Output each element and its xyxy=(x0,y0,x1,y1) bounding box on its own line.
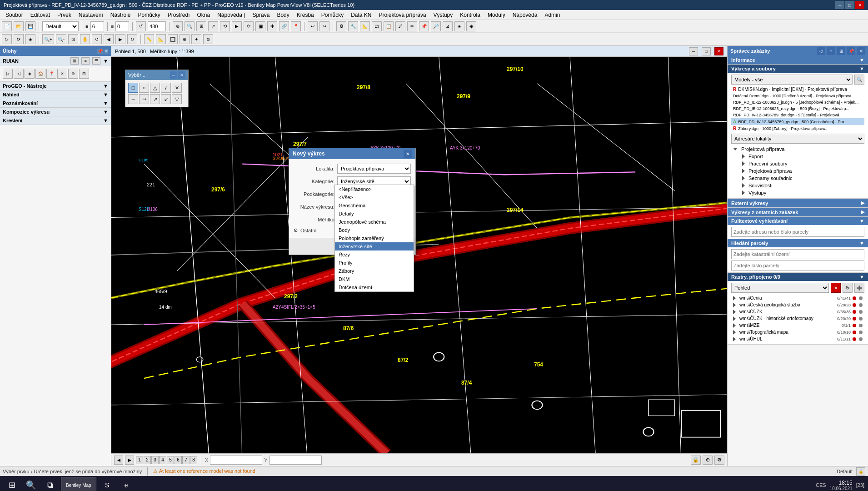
rpanel-rastry-header[interactable]: Rastry, připojeno 0/0 ▼ xyxy=(728,273,868,281)
menu-soubor[interactable]: Soubor xyxy=(2,11,27,19)
dd-item-jednopolove[interactable]: Jednopólové schéma xyxy=(335,218,414,226)
adresy-select[interactable]: Adresáře lokality xyxy=(731,134,864,144)
pp-tree-root[interactable]: Projektová příprava xyxy=(731,145,864,153)
ruian-icon-3[interactable]: ◈ xyxy=(25,69,35,79)
section-kompozice-header[interactable]: Kompozice výkresu ▼ xyxy=(0,108,111,116)
tb-btn11[interactable]: 📍 xyxy=(291,21,301,31)
raster-uhul[interactable]: wms\ÚHUL 0/11/11 xyxy=(731,336,864,342)
page-7[interactable]: 7 xyxy=(182,456,190,464)
page-4[interactable]: 4 xyxy=(159,456,166,464)
tb-input1[interactable] xyxy=(90,21,104,31)
tb2-btn1[interactable]: ▷ xyxy=(2,34,12,44)
view-min-btn[interactable]: ─ xyxy=(689,47,698,55)
tree-item-zabory[interactable]: R Zábory.dgn - 1000 [Zábory] - Projektov… xyxy=(731,125,864,132)
vyber-cancel-btn[interactable]: ✕ xyxy=(172,83,182,93)
lokalita-select[interactable]: Projektová příprava xyxy=(337,164,411,174)
tb2-btn2[interactable]: ⟳ xyxy=(14,34,24,44)
ruian-icon-7[interactable]: ⊕ xyxy=(68,69,78,79)
tree-item-det[interactable]: RDF_PD_IV-12-3456789_det.dgn - 5 [Detail… xyxy=(731,112,864,118)
tb-btn1[interactable]: ⊕ xyxy=(173,21,183,31)
fulltext-input[interactable] xyxy=(731,227,864,237)
vyber-min[interactable]: ─ xyxy=(170,71,177,79)
pp-seznamy[interactable]: Seznamy souřadnic xyxy=(731,175,864,182)
menu-moduly[interactable]: Moduly xyxy=(484,11,509,19)
rpanel-btn3[interactable]: ⊞ xyxy=(837,47,845,55)
section-progeo-header[interactable]: ProGEO - Nástroje ▼ xyxy=(0,82,111,90)
tb-redo[interactable]: ↪ xyxy=(319,21,329,31)
tb-btn6[interactable]: ▶ xyxy=(232,21,242,31)
vyber-rect-btn[interactable]: □ xyxy=(128,83,138,93)
tb-more11[interactable]: ◈ xyxy=(454,21,464,31)
tb2-update[interactable]: ↻ xyxy=(127,34,137,44)
vyber-down-arrow[interactable]: ▽ xyxy=(172,94,182,104)
raster-mze[interactable]: wms\MZE 0/1/1 xyxy=(731,322,864,329)
tb2-btn3[interactable]: ◈ xyxy=(25,34,35,44)
search-taskbar-btn[interactable]: 🔍 xyxy=(23,477,39,491)
raster-cuzk[interactable]: wms\ČÚZK 0/35/35 xyxy=(731,308,864,315)
status-snap-btn[interactable]: ⊕ xyxy=(703,456,713,465)
raster-refresh-btn[interactable]: ↻ xyxy=(843,283,853,293)
vyber-poly-btn[interactable]: △ xyxy=(150,83,160,93)
taskbar-app-bentley[interactable]: Bentley Map xyxy=(61,477,96,491)
dd-item-polohopis[interactable]: Polohopis zaměřený xyxy=(335,234,414,242)
tb2-fit[interactable]: ⊡ xyxy=(68,34,78,44)
ruian-list-btn[interactable]: ≡ xyxy=(81,57,90,65)
vyber-line-btn[interactable]: / xyxy=(161,83,171,93)
tb-btn7[interactable]: ⟳ xyxy=(244,21,254,31)
tree-item-dotcena[interactable]: Dotčená území.dgn - 1000 [Dotčená území]… xyxy=(731,93,864,99)
tb-more7[interactable]: ✏ xyxy=(407,21,417,31)
dd-item-rezy[interactable]: Řezy xyxy=(335,251,414,259)
tb2-pan[interactable]: ✋ xyxy=(80,34,90,44)
menu-pomucky[interactable]: Pomůcky xyxy=(134,11,164,19)
modely-search-btn[interactable]: 🔍 xyxy=(854,75,864,85)
vyber-arrow4[interactable]: ↙ xyxy=(161,94,171,104)
modely-select[interactable]: Modely - vše xyxy=(731,75,853,85)
tb2-meas2[interactable]: 📐 xyxy=(156,34,166,44)
vyber-arrow1[interactable]: → xyxy=(128,94,138,104)
y-input[interactable]: -1068876.865527 xyxy=(269,456,322,465)
view-close-btn[interactable]: ✕ xyxy=(714,47,723,55)
rpanel-ostatni-header[interactable]: Výkresy z ostatních zakázek ▶ xyxy=(728,208,868,216)
tb-rotate[interactable]: ↺ xyxy=(136,21,146,31)
tb-more5[interactable]: 📋 xyxy=(384,21,394,31)
dd-item-inzenyrske[interactable]: Inženýrské sítě xyxy=(335,242,414,251)
left-panel-pin[interactable]: 📌 xyxy=(97,49,103,54)
dd-item-detaily[interactable]: Detaily xyxy=(335,210,414,218)
katastralni-input[interactable] xyxy=(731,249,864,259)
tb2-meas1[interactable]: 📏 xyxy=(144,34,154,44)
ruian-icon-8[interactable]: ⊟ xyxy=(79,69,89,79)
cislo-parcely-input[interactable] xyxy=(731,261,864,271)
raster-cgeo[interactable]: wms\Česká geologická služba 0/28/28 xyxy=(731,301,864,308)
menu-datakn[interactable]: Data KN xyxy=(347,11,375,19)
tree-item-dkm[interactable]: R DKMISKN.dgn - Implicitní [DKM] - Proje… xyxy=(731,86,864,93)
tb-btn4[interactable]: ↗ xyxy=(208,21,218,31)
maximize-button[interactable]: □ xyxy=(845,1,854,9)
tb-open[interactable]: 📂 xyxy=(14,21,24,31)
page-5[interactable]: 5 xyxy=(167,456,174,464)
pp-souvislosti[interactable]: Souvislosti xyxy=(731,182,864,189)
menu-kontrola[interactable]: Kontrola xyxy=(456,11,484,19)
menu-body[interactable]: Body xyxy=(273,11,293,19)
vyber-arrow2[interactable]: ⇒ xyxy=(139,94,149,104)
tb-undo[interactable]: ↩ xyxy=(308,21,318,31)
ruian-icon-4[interactable]: 🏠 xyxy=(35,69,45,79)
dd-item-body[interactable]: Body xyxy=(335,226,414,234)
page-1[interactable]: 1 xyxy=(136,456,143,464)
taskbar-skype[interactable]: S xyxy=(99,477,115,491)
tb2-meas4[interactable]: ⊕ xyxy=(180,34,190,44)
tb2-meas6[interactable]: ⊚ xyxy=(203,34,213,44)
vyber-close[interactable]: ✕ xyxy=(178,71,185,79)
dd-item-zabory[interactable]: Zábory xyxy=(335,267,414,275)
raster-stop-btn[interactable]: ✕ xyxy=(831,283,841,293)
menu-nastroje[interactable]: Nástroje xyxy=(107,11,135,19)
section-ruian-header[interactable]: RUIAN ⊞ ≡ ☰ ▼ xyxy=(0,56,111,66)
page-3[interactable]: 3 xyxy=(151,456,159,464)
novy-close-btn[interactable]: ✕ xyxy=(404,150,412,158)
tb-input3[interactable] xyxy=(148,21,166,31)
menu-pomucky2[interactable]: Pomůcky xyxy=(318,11,347,19)
tb2-meas5[interactable]: ✦ xyxy=(191,34,201,44)
tb2-prev[interactable]: ◀ xyxy=(104,34,114,44)
menu-napoveda2[interactable]: Nápověda xyxy=(509,11,541,19)
ruian-detail-btn[interactable]: ☰ xyxy=(92,57,100,65)
dd-item-geoscema[interactable]: Geoschéma xyxy=(335,201,414,210)
